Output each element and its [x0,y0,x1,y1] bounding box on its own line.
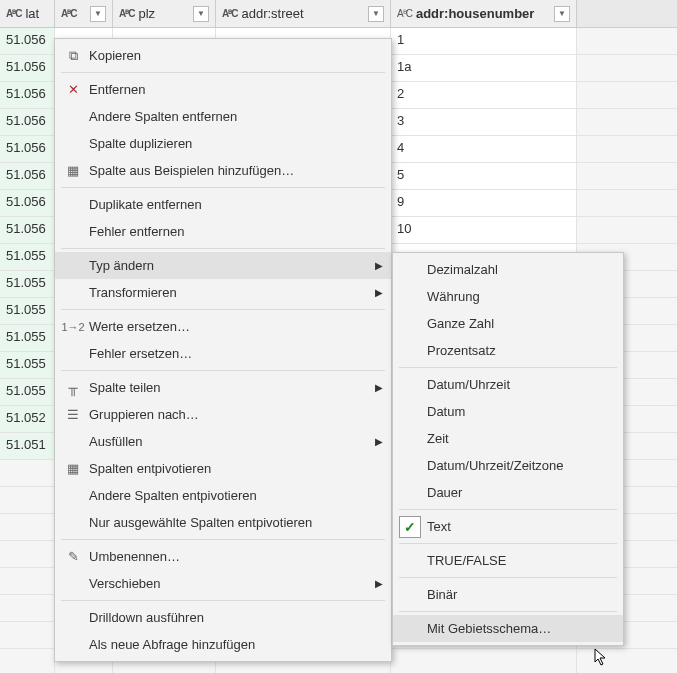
check-icon: ✓ [399,516,421,538]
menu-label: Prozentsatz [423,343,615,358]
menu-fill[interactable]: Ausfüllen ▶ [55,428,391,455]
menu-add-from-examples[interactable]: ▦ Spalte aus Beispielen hinzufügen… [55,157,391,184]
cell-lat[interactable]: 51.056 [0,28,55,54]
menu-split-column[interactable]: ╥ Spalte teilen ▶ [55,374,391,401]
cell-lat[interactable]: 51.056 [0,55,55,81]
type-with-locale[interactable]: Mit Gebietsschema… [393,615,623,642]
menu-separator [61,187,385,188]
menu-rename[interactable]: ✎ Umbenennen… [55,543,391,570]
cell-lat[interactable]: 51.052 [0,406,55,432]
menu-replace-values[interactable]: 1→2 Werte ersetzen… [55,313,391,340]
cell-lat[interactable]: 51.056 [0,163,55,189]
menu-label: Spalte aus Beispielen hinzufügen… [85,163,383,178]
menu-label: Währung [423,289,615,304]
cell-lat[interactable]: 51.055 [0,244,55,270]
column-header-unknown[interactable]: AᴮC ▼ [55,0,113,27]
menu-label: Datum/Uhrzeit [423,377,615,392]
menu-label: Umbenennen… [85,549,383,564]
cell-empty [0,514,55,540]
column-header-plz[interactable]: AᴮC plz ▼ [113,0,216,27]
cell-lat[interactable]: 51.055 [0,298,55,324]
type-truefalse[interactable]: TRUE/FALSE [393,547,623,574]
menu-copy[interactable]: ⧉ Kopieren [55,42,391,69]
cell-empty [0,649,55,673]
type-whole-number[interactable]: Ganze Zahl [393,310,623,337]
chevron-right-icon: ▶ [375,260,383,271]
cell-empty [0,487,55,513]
menu-change-type[interactable]: Typ ändern ▶ [55,252,391,279]
type-dtz[interactable]: Datum/Uhrzeit/Zeitzone [393,452,623,479]
cell-housenumber[interactable]: 10 [391,217,577,243]
menu-remove-dupes[interactable]: Duplikate entfernen [55,191,391,218]
column-header-addr-housenumber[interactable]: AᴮC addr:housenumber ▼ [391,0,577,27]
cell-housenumber[interactable]: 9 [391,190,577,216]
copy-icon: ⧉ [61,48,85,64]
cell-lat[interactable]: 51.055 [0,379,55,405]
type-percentage[interactable]: Prozentsatz [393,337,623,364]
menu-separator [61,539,385,540]
menu-remove-others[interactable]: Andere Spalten entfernen [55,103,391,130]
menu-label: Spalten entpivotieren [85,461,383,476]
type-text[interactable]: ✓ Text [393,513,623,540]
cell-lat[interactable]: 51.051 [0,433,55,459]
menu-remove[interactable]: ✕ Entfernen [55,76,391,103]
cell-lat[interactable]: 51.056 [0,190,55,216]
cell-housenumber[interactable]: 4 [391,136,577,162]
menu-label: Fehler entfernen [85,224,383,239]
type-date[interactable]: Datum [393,398,623,425]
menu-unpivot-selected[interactable]: Nur ausgewählte Spalten entpivotieren [55,509,391,536]
type-icon: AᴮC [397,8,412,19]
cell-housenumber[interactable]: 5 [391,163,577,189]
menu-duplicate[interactable]: Spalte duplizieren [55,130,391,157]
menu-separator [399,543,617,544]
filter-dropdown-icon[interactable]: ▼ [368,6,384,22]
cell-lat[interactable]: 51.055 [0,271,55,297]
change-type-submenu: Dezimalzahl Währung Ganze Zahl Prozentsa… [392,252,624,646]
menu-label: Ganze Zahl [423,316,615,331]
type-decimal[interactable]: Dezimalzahl [393,256,623,283]
menu-move[interactable]: Verschieben ▶ [55,570,391,597]
menu-label: Transformieren [85,285,375,300]
cell-lat[interactable]: 51.056 [0,109,55,135]
type-currency[interactable]: Währung [393,283,623,310]
menu-label: Text [423,519,615,534]
column-header-lat[interactable]: AᴮC lat [0,0,55,27]
menu-unpivot[interactable]: ▦ Spalten entpivotieren [55,455,391,482]
menu-transform[interactable]: Transformieren ▶ [55,279,391,306]
column-header-addr-street[interactable]: AᴮC addr:street ▼ [216,0,391,27]
cell-lat[interactable]: 51.056 [0,217,55,243]
menu-label: Entfernen [85,82,383,97]
menu-separator [61,600,385,601]
menu-label: Ausfüllen [85,434,375,449]
type-binary[interactable]: Binär [393,581,623,608]
menu-replace-errors[interactable]: Fehler ersetzen… [55,340,391,367]
type-duration[interactable]: Dauer [393,479,623,506]
filter-dropdown-icon[interactable]: ▼ [90,6,106,22]
cell-lat[interactable]: 51.055 [0,352,55,378]
cell-housenumber[interactable]: 1a [391,55,577,81]
menu-remove-errors[interactable]: Fehler entfernen [55,218,391,245]
menu-separator [61,248,385,249]
menu-label: TRUE/FALSE [423,553,615,568]
menu-add-as-query[interactable]: Als neue Abfrage hinzufügen [55,631,391,658]
menu-group-by[interactable]: ☰ Gruppieren nach… [55,401,391,428]
cell-lat[interactable]: 51.055 [0,325,55,351]
type-time[interactable]: Zeit [393,425,623,452]
menu-separator [61,72,385,73]
menu-unpivot-others[interactable]: Andere Spalten entpivotieren [55,482,391,509]
cell-empty [0,622,55,648]
menu-label: Binär [423,587,615,602]
menu-label: Dezimalzahl [423,262,615,277]
cell-lat[interactable]: 51.056 [0,136,55,162]
cell-housenumber[interactable]: 1 [391,28,577,54]
unpivot-icon: ▦ [61,461,85,476]
type-datetime[interactable]: Datum/Uhrzeit [393,371,623,398]
filter-dropdown-icon[interactable]: ▼ [193,6,209,22]
menu-drilldown[interactable]: Drilldown ausführen [55,604,391,631]
menu-label: Als neue Abfrage hinzufügen [85,637,383,652]
cell-housenumber[interactable]: 3 [391,109,577,135]
cell-empty [391,649,577,673]
cell-lat[interactable]: 51.056 [0,82,55,108]
cell-housenumber[interactable]: 2 [391,82,577,108]
filter-dropdown-icon[interactable]: ▼ [554,6,570,22]
